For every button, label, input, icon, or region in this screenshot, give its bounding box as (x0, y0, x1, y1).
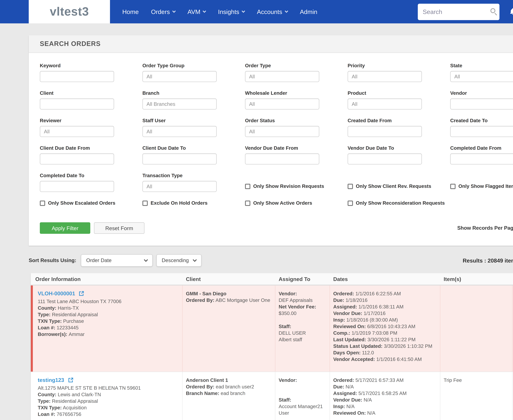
checkbox-icon[interactable] (245, 200, 250, 206)
checkbox-icon[interactable] (245, 184, 250, 189)
order-type-group-input[interactable] (142, 71, 217, 82)
order-txn-type: TXN Type: Acquisition (38, 405, 179, 411)
checkbox-only-show-reconsideration-requests[interactable]: Only Show Reconsideration Requests (348, 200, 422, 206)
date-line: Assigned: 1/1/2016 6:38:11 AM (333, 304, 437, 310)
state-input[interactable] (450, 71, 513, 82)
checkbox-exclude-on-hold-orders[interactable]: Exclude On Hold Orders (142, 200, 217, 206)
field-reviewer: Reviewer (40, 118, 114, 137)
vendor-due-date-from-input[interactable] (245, 153, 319, 165)
nav-item-orders[interactable]: Orders (151, 8, 175, 15)
cell-assigned-to: Vendor: Staff: Account Manager21 User (275, 372, 330, 420)
order-type-input[interactable] (245, 71, 319, 82)
checkbox-only-show-active-orders[interactable]: Only Show Active Orders (245, 200, 319, 206)
checkbox-only-show-escalated-orders[interactable]: Only Show Escalated Orders (40, 200, 114, 206)
checkbox-only-show-client-rev-requests[interactable]: Only Show Client Rev. Requests (348, 183, 422, 189)
staff-label: Staff: (279, 323, 326, 330)
nav-item-home[interactable]: Home (122, 8, 139, 15)
checkbox-cell: Only Show Client Rev. Requests (348, 183, 422, 192)
field-label: Branch (142, 90, 217, 96)
notifications-menu[interactable] (509, 8, 513, 15)
vendor-input[interactable] (450, 98, 513, 110)
client-due-date-to-input[interactable] (142, 153, 217, 165)
reviewer-input[interactable] (40, 126, 114, 137)
results-count: Results : 20849 item(s) found (463, 257, 513, 263)
field-client-due-date-to: Client Due Date To (142, 145, 217, 165)
apply-filter-button[interactable]: Apply Filter (40, 222, 90, 234)
order-link[interactable]: VLOH-0000001 (38, 290, 75, 297)
date-line: Vendor Due: 1/17/2016 (333, 310, 437, 317)
chevron-down-icon (285, 9, 288, 13)
checkbox-label: Only Show Reconsideration Requests (356, 200, 445, 206)
product-input[interactable] (348, 98, 422, 110)
checkbox-icon[interactable] (348, 200, 353, 206)
created-date-from-input[interactable] (348, 126, 422, 137)
order-link[interactable]: testing123 (38, 377, 64, 383)
checkbox-icon[interactable] (450, 184, 456, 189)
order-county: County: Lewis and Clark-TN (38, 391, 179, 398)
date-line: Last Updated: 3/30/2026 1:11:22 PM (333, 336, 437, 343)
checkbox-icon[interactable] (142, 200, 148, 206)
completed-date-to-input[interactable] (40, 181, 114, 192)
field-label: Created Date To (450, 118, 513, 123)
blank-line (279, 390, 326, 397)
client-branch-name: Branch Name: ead branch (186, 390, 272, 397)
order-type: Type: Residential Appraisal (38, 398, 179, 405)
date-line: Assigned: 5/17/2021 6:58:25 AM (333, 390, 437, 397)
order-id-line: VLOH-0000001 (38, 290, 179, 298)
filter-row: Reviewer Staff User Order Status Created… (40, 118, 513, 137)
checkbox-only-show-revision-requests[interactable]: Only Show Revision Requests (245, 183, 319, 189)
date-line: Ordered: 5/17/2021 6:57:33 AM (333, 377, 437, 383)
sort-direction-dropdown[interactable]: Descending (156, 254, 201, 267)
field-label: Client Due Date To (142, 145, 217, 151)
order-loan: Loan #: 12233445 (38, 324, 179, 331)
field-state: State (450, 63, 513, 82)
header-assigned-to: Assigned To (275, 276, 330, 282)
client-due-date-from-input[interactable] (40, 153, 114, 165)
brand-logo[interactable]: vltest3 (29, 0, 110, 23)
external-link-icon[interactable] (79, 291, 84, 298)
filter-actions: Apply Filter Reset Form Show Records Per… (40, 222, 513, 234)
filter-checkbox-row: Only Show Escalated Orders Exclude On Ho… (40, 200, 513, 209)
field-order-status: Order Status (245, 118, 319, 137)
branch-input[interactable] (142, 98, 217, 110)
date-line: Reviewed On: N/A (333, 410, 437, 416)
blank-line (279, 317, 326, 323)
blank-line (279, 383, 326, 390)
client-input[interactable] (40, 98, 114, 110)
nav-item-accounts[interactable]: Accounts (257, 8, 288, 15)
field-order-type-group: Order Type Group (142, 63, 217, 82)
completed-date-from-input[interactable] (450, 153, 513, 165)
staff-name: Account Manager21 (279, 403, 326, 410)
nav-item-admin[interactable]: Admin (300, 8, 317, 15)
page-title: SEARCH ORDERS (40, 40, 101, 48)
checkbox-icon[interactable] (348, 184, 353, 189)
external-link-icon[interactable] (68, 377, 73, 384)
header-order-information: Order Information (31, 276, 183, 282)
field-order-type: Order Type (245, 63, 319, 82)
table-row: VLOH-0000001 111 Test Lane ABC Houston T… (31, 285, 513, 372)
wholesale-lender-input[interactable] (245, 98, 319, 110)
nav-item-insights[interactable]: Insights (218, 8, 245, 15)
cell-dates: Ordered: 5/17/2021 6:57:33 AM Due: N/A A… (330, 372, 440, 420)
reset-form-button[interactable]: Reset Form (94, 222, 145, 234)
transaction-type-input[interactable] (142, 181, 217, 192)
field-label: Client (40, 90, 114, 96)
keyword-input[interactable] (40, 71, 114, 82)
client-ordered-by: Ordered By: ead branch user2 (186, 383, 272, 390)
checkbox-cell: Only Show Revision Requests (245, 183, 319, 192)
order-txn-type: TXN Type: Purchase (38, 318, 179, 324)
checkbox-only-show-flagged-items[interactable]: Only Show Flagged Items (450, 183, 513, 189)
checkbox-cell: Only Show Active Orders (245, 200, 319, 209)
order-status-input[interactable] (245, 126, 319, 137)
vendor-due-date-to-input[interactable] (348, 153, 422, 165)
checkbox-label: Exclude On Hold Orders (151, 200, 207, 206)
nav-item-avm[interactable]: AVM (187, 8, 206, 15)
created-date-to-input[interactable] (450, 126, 513, 137)
priority-input[interactable] (348, 71, 422, 82)
checkbox-icon[interactable] (40, 200, 45, 206)
search-input[interactable] (418, 3, 499, 20)
sort-field-dropdown[interactable]: Order Date (81, 254, 153, 267)
field-wholesale-lender: Wholesale Lender (245, 90, 319, 110)
staff-user-input[interactable] (142, 126, 217, 137)
brand-text: vltest3 (50, 5, 89, 18)
